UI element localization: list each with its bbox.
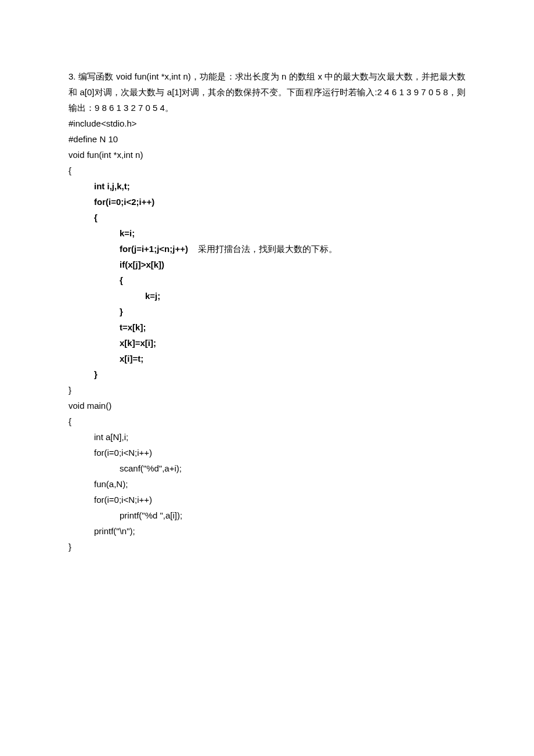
code-line: scanf("%d",a+i); — [68, 460, 466, 476]
code-line: t=x[k]; — [68, 319, 466, 335]
code-line: for(i=0;i<2;i++) — [68, 194, 466, 210]
code-line: for(i=0;i<N;i++) — [68, 445, 466, 460]
code-line: void fun(int *x,int n) — [68, 147, 466, 163]
problem-statement: 3. 编写函数 void fun(int *x,int n)，功能是：求出长度为… — [68, 69, 466, 116]
code-fragment: for(j=i+1;j<n;j++) — [120, 244, 188, 254]
document-page: 3. 编写函数 void fun(int *x,int n)，功能是：求出长度为… — [0, 0, 534, 555]
code-line: for(i=0;i<N;i++) — [68, 492, 466, 507]
code-line: int i,j,k,t; — [68, 178, 466, 194]
code-line: } — [68, 382, 466, 398]
code-line: { — [68, 413, 466, 429]
code-line: x[k]=x[i]; — [68, 335, 466, 351]
code-line: } — [68, 539, 466, 555]
code-line: printf("%d ",a[i]); — [68, 507, 466, 523]
code-line: } — [68, 304, 466, 319]
code-line: for(j=i+1;j<n;j++) 采用打擂台法，找到最大数的下标。 — [68, 241, 466, 257]
code-line: #include<stdio.h> — [68, 116, 466, 131]
code-line: #define N 10 — [68, 131, 466, 147]
code-line: x[i]=t; — [68, 351, 466, 366]
code-line: } — [68, 366, 466, 382]
code-line: if(x[j]>x[k]) — [68, 257, 466, 272]
code-line: void main() — [68, 398, 466, 413]
code-line: { — [68, 163, 466, 178]
code-line: k=i; — [68, 225, 466, 241]
code-line: int a[N],i; — [68, 429, 466, 445]
code-line: fun(a,N); — [68, 476, 466, 492]
code-line: k=j; — [68, 288, 466, 304]
code-line: { — [68, 272, 466, 288]
code-line: printf("\n"); — [68, 523, 466, 539]
code-line: { — [68, 210, 466, 225]
code-comment: 采用打擂台法，找到最大数的下标。 — [188, 244, 337, 254]
